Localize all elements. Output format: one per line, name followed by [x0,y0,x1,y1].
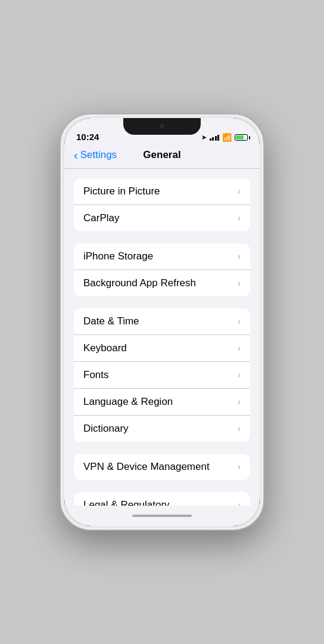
location-icon: ➤ [201,134,207,141]
settings-item-language-region[interactable]: Language & Region › [74,389,250,416]
settings-item-carplay[interactable]: CarPlay › [74,205,250,231]
fonts-label: Fonts [83,369,238,381]
settings-list-4: VPN & Device Management › [74,454,250,480]
wifi-icon: 📶 [222,133,232,142]
scroll-content[interactable]: Picture in Picture › CarPlay › iPhone St… [64,169,260,506]
status-time: 10:24 [76,132,99,142]
settings-item-fonts[interactable]: Fonts › [74,362,250,389]
settings-item-legal[interactable]: Legal & Regulatory › [74,492,250,506]
nav-bar: ‹ Settings General [64,144,260,169]
dictionary-label: Dictionary [83,423,238,435]
settings-group-4: VPN & Device Management › [64,454,260,480]
fonts-chevron: › [238,370,241,380]
home-indicator [64,506,260,526]
settings-list-2: iPhone Storage › Background App Refresh … [74,243,250,296]
camera-dot [160,124,164,129]
battery-icon [235,134,248,141]
vpn-chevron: › [238,462,241,472]
battery-fill [236,135,244,140]
language-region-chevron: › [238,397,241,407]
picture-in-picture-label: Picture in Picture [83,185,238,197]
iphone-storage-chevron: › [238,251,241,262]
back-button[interactable]: ‹ Settings [74,149,117,161]
date-time-label: Date & Time [83,315,238,327]
settings-item-dictionary[interactable]: Dictionary › [74,416,250,442]
background-app-refresh-label: Background App Refresh [83,277,238,289]
settings-list-1: Picture in Picture › CarPlay › [74,178,250,231]
notch [123,118,201,135]
settings-group-1: Picture in Picture › CarPlay › [64,178,260,231]
settings-group-2: iPhone Storage › Background App Refresh … [64,243,260,296]
signal-bar-3 [215,136,217,141]
settings-item-iphone-storage[interactable]: iPhone Storage › [74,243,250,270]
settings-list-5: Legal & Regulatory › [74,492,250,506]
settings-list-3: Date & Time › Keyboard › Fonts › Langu [74,308,250,442]
vpn-label: VPN & Device Management [83,461,238,473]
language-region-label: Language & Region [83,396,238,408]
home-bar [132,515,192,517]
status-icons: ➤ 📶 [201,133,248,142]
settings-group-3: Date & Time › Keyboard › Fonts › Langu [64,308,260,442]
screen: 10:24 ➤ 📶 [64,118,260,526]
nav-title: General [143,149,180,161]
settings-item-keyboard[interactable]: Keyboard › [74,335,250,362]
settings-item-background-app-refresh[interactable]: Background App Refresh › [74,270,250,296]
phone-inner: 10:24 ➤ 📶 [64,118,260,526]
settings-item-date-time[interactable]: Date & Time › [74,308,250,335]
background-app-refresh-chevron: › [238,278,241,289]
legal-label: Legal & Regulatory [83,499,238,506]
picture-in-picture-chevron: › [238,186,241,197]
legal-chevron: › [238,500,241,506]
settings-item-vpn[interactable]: VPN & Device Management › [74,454,250,480]
keyboard-label: Keyboard [83,342,238,354]
carplay-label: CarPlay [83,212,238,224]
settings-group-5: Legal & Regulatory › [64,492,260,506]
back-label: Settings [80,149,117,161]
signal-bar-4 [217,135,219,141]
iphone-storage-label: iPhone Storage [83,250,238,262]
settings-item-picture-in-picture[interactable]: Picture in Picture › [74,178,250,205]
signal-bars [210,135,220,141]
back-chevron-icon: ‹ [74,149,78,161]
dictionary-chevron: › [238,423,241,434]
carplay-chevron: › [238,213,241,224]
keyboard-chevron: › [238,343,241,354]
phone-device: 10:24 ➤ 📶 [60,113,264,531]
date-time-chevron: › [238,316,241,327]
signal-bar-2 [212,137,214,141]
signal-bar-1 [210,138,211,141]
